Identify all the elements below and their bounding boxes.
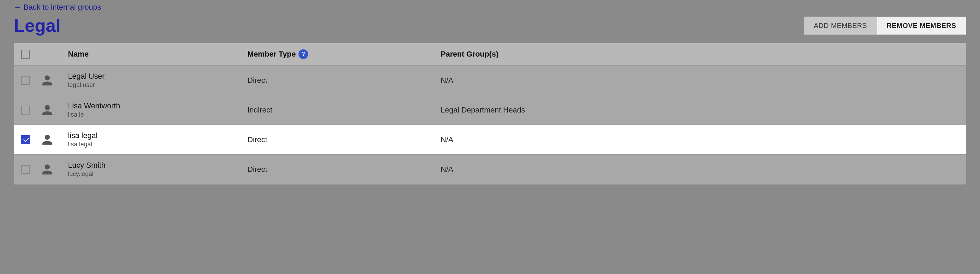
row-checkbox[interactable]	[21, 105, 30, 115]
user-avatar-icon	[40, 162, 54, 176]
row-member-type-cell: Direct	[240, 65, 434, 95]
user-display-name: Legal User	[68, 72, 234, 81]
member-type-info-icon[interactable]: ?	[299, 49, 308, 59]
row-member-type-cell: Indirect	[240, 95, 434, 125]
table-row: Legal User legal.user DirectN/A	[14, 65, 966, 95]
row-parent-groups-cell: N/A	[434, 155, 966, 184]
table-row: Lucy Smith lucy.legal DirectN/A	[14, 155, 966, 184]
row-parent-groups-cell: N/A	[434, 125, 966, 155]
row-parent-groups-cell: Legal Department Heads	[434, 95, 966, 125]
user-username: lisa.legal	[68, 141, 234, 148]
row-checkbox-cell	[14, 125, 37, 155]
row-avatar-cell	[37, 95, 61, 125]
user-avatar-icon	[40, 133, 54, 147]
name-cell: lisa legal lisa.legal	[68, 131, 234, 148]
back-link-label: Back to internal groups	[24, 3, 101, 12]
row-name-cell: Lisa Wentworth lisa.le	[61, 95, 240, 125]
members-table-container: Name Member Type ? Parent Group(s) Legal…	[14, 43, 966, 185]
table-body: Legal User legal.user DirectN/A Lisa Wen…	[14, 65, 966, 184]
row-checkbox[interactable]	[21, 76, 30, 85]
user-display-name: Lucy Smith	[68, 161, 234, 170]
back-arrow-icon: ←	[14, 3, 21, 12]
name-cell: Legal User legal.user	[68, 72, 234, 89]
row-name-cell: lisa legal lisa.legal	[61, 125, 240, 155]
row-checkbox-cell	[14, 155, 37, 184]
user-avatar-icon	[40, 103, 54, 117]
row-member-type-cell: Direct	[240, 155, 434, 184]
user-username: legal.user	[68, 81, 234, 89]
table-header-row: Name Member Type ? Parent Group(s)	[14, 43, 966, 65]
row-name-cell: Lucy Smith lucy.legal	[61, 155, 240, 184]
user-username: lisa.le	[68, 111, 234, 118]
name-cell: Lisa Wentworth lisa.le	[68, 102, 234, 118]
header-member-type: Member Type ?	[240, 43, 434, 65]
row-checkbox[interactable]	[21, 135, 30, 144]
user-username: lucy.legal	[68, 170, 234, 178]
page-title: Legal	[14, 15, 61, 36]
add-members-button[interactable]: ADD MEMBERS	[804, 17, 877, 35]
header-action-buttons: ADD MEMBERS REMOVE MEMBERS	[804, 17, 966, 35]
row-avatar-cell	[37, 65, 61, 95]
user-display-name: Lisa Wentworth	[68, 102, 234, 110]
name-cell: Lucy Smith lucy.legal	[68, 161, 234, 178]
header-name: Name	[61, 43, 240, 65]
table-row: lisa legal lisa.legal DirectN/A	[14, 125, 966, 155]
member-type-label: Member Type	[247, 50, 296, 59]
user-avatar-icon	[40, 73, 54, 87]
user-display-name: lisa legal	[68, 131, 234, 140]
header-checkbox-cell	[14, 43, 37, 65]
row-avatar-cell	[37, 155, 61, 184]
members-table: Name Member Type ? Parent Group(s) Legal…	[14, 43, 966, 184]
table-row: Lisa Wentworth lisa.le IndirectLegal Dep…	[14, 95, 966, 125]
row-avatar-cell	[37, 125, 61, 155]
header-parent-groups: Parent Group(s)	[434, 43, 966, 65]
row-checkbox-cell	[14, 65, 37, 95]
select-all-checkbox[interactable]	[21, 50, 30, 59]
header-avatar-col	[37, 43, 61, 65]
back-to-groups-link[interactable]: ← Back to internal groups	[14, 3, 101, 12]
row-parent-groups-cell: N/A	[434, 65, 966, 95]
row-member-type-cell: Direct	[240, 125, 434, 155]
row-name-cell: Legal User legal.user	[61, 65, 240, 95]
row-checkbox[interactable]	[21, 165, 30, 174]
remove-members-button[interactable]: REMOVE MEMBERS	[877, 17, 966, 35]
row-checkbox-cell	[14, 95, 37, 125]
